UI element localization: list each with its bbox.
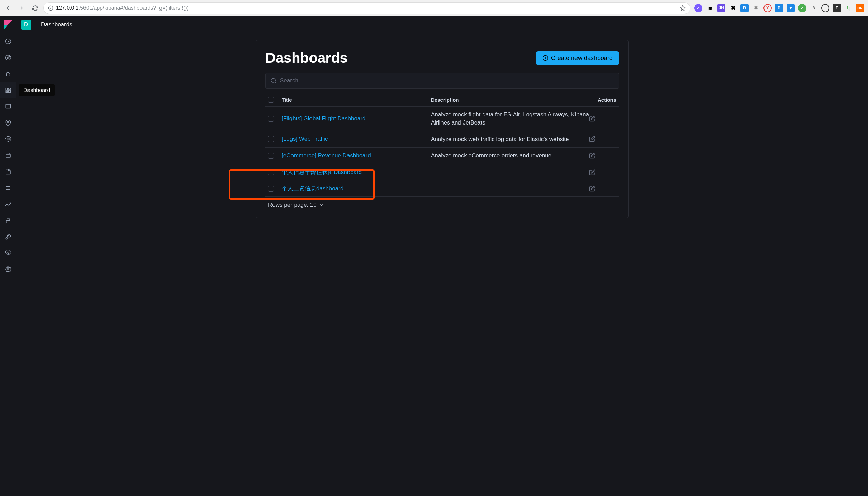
logs-icon	[5, 169, 11, 175]
table-header: Title Description Actions	[265, 93, 619, 107]
svg-point-17	[7, 122, 9, 123]
info-icon	[48, 5, 53, 11]
kibana-logo[interactable]	[0, 16, 16, 33]
ext-icon[interactable]: ▦	[706, 4, 714, 12]
edit-icon[interactable]	[589, 153, 595, 159]
search-box[interactable]	[265, 73, 619, 89]
row-checkbox[interactable]	[268, 136, 274, 142]
row-checkbox[interactable]	[268, 169, 274, 175]
ext-icon[interactable]: ʮ	[844, 4, 852, 12]
sidebar-item-dashboard[interactable]: Dashboard	[0, 82, 16, 98]
star-icon[interactable]	[680, 5, 686, 11]
clock-icon	[5, 38, 11, 44]
sidebar-item-apm[interactable]	[0, 180, 16, 196]
sidebar-item-uptime[interactable]	[0, 196, 16, 212]
dashboard-link[interactable]: 个人工资信息dashboard	[282, 185, 343, 192]
kibana-app: Dashboard	[0, 16, 868, 496]
row-checkbox[interactable]	[268, 186, 274, 192]
sidebar-item-logs[interactable]	[0, 164, 16, 180]
ext-icon[interactable]: Z	[833, 4, 841, 12]
header-actions: Actions	[589, 97, 616, 103]
svg-point-31	[271, 78, 275, 82]
edit-icon[interactable]	[589, 169, 595, 175]
ext-icon[interactable]: ON	[856, 4, 864, 12]
browser-forward-button[interactable]	[16, 3, 27, 14]
sidebar-item-ml[interactable]	[0, 131, 16, 147]
svg-rect-10	[6, 88, 7, 90]
ext-icon[interactable]: B	[740, 4, 748, 12]
svg-marker-3	[680, 5, 685, 10]
dashboard-description: Analyze mock flight data for ES-Air, Log…	[431, 111, 589, 126]
sidebar: Dashboard	[0, 16, 16, 496]
header-description: Description	[431, 97, 589, 103]
dashboard-link[interactable]: [eCommerce] Revenue Dashboard	[282, 152, 371, 159]
address-bar[interactable]: 127.0.0.1:5601/app/kibana#/dashboards?_g…	[43, 2, 690, 14]
dashboard-link[interactable]: [Logs] Web Traffic	[282, 136, 328, 142]
sidebar-item-management[interactable]	[0, 261, 16, 278]
ext-icon[interactable]: Y	[763, 4, 772, 12]
browser-back-button[interactable]	[3, 3, 14, 14]
sidebar-item-recent[interactable]	[0, 33, 16, 49]
gear-icon	[5, 266, 11, 273]
sidebar-item-security[interactable]	[0, 212, 16, 229]
maps-icon	[5, 120, 11, 126]
sidebar-item-monitoring[interactable]	[0, 245, 16, 261]
svg-point-18	[6, 137, 11, 142]
ext-icon[interactable]: 8	[810, 4, 818, 12]
space-badge[interactable]: D	[21, 20, 31, 30]
edit-icon[interactable]	[589, 136, 595, 142]
svg-line-32	[275, 82, 276, 83]
sidebar-item-infrastructure[interactable]	[0, 147, 16, 164]
edit-icon[interactable]	[589, 116, 595, 122]
infra-icon	[5, 152, 11, 158]
ext-icon[interactable]: ✓	[694, 4, 702, 12]
select-all-checkbox[interactable]	[268, 97, 274, 103]
sidebar-item-discover[interactable]	[0, 49, 16, 66]
dashboard-link[interactable]: 个人信息年龄柱状图Dashboard	[282, 169, 362, 175]
dashboards-table: Title Description Actions [Flights] Glob…	[265, 93, 619, 197]
create-dashboard-button[interactable]: Create new dashboard	[536, 51, 619, 65]
ext-icon[interactable]: P	[775, 4, 783, 12]
url-text: 127.0.0.1:5601/app/kibana#/dashboards?_g…	[56, 5, 677, 11]
svg-point-5	[6, 55, 11, 60]
compass-icon	[5, 55, 11, 61]
apm-icon	[5, 185, 11, 191]
ext-icon[interactable]: ✓	[798, 4, 806, 12]
main-content: D Dashboards Dashboards Create new dashb…	[16, 16, 868, 496]
ext-icon[interactable]: ✖	[729, 4, 737, 12]
sidebar-item-visualize[interactable]	[0, 66, 16, 82]
svg-rect-20	[6, 154, 10, 157]
row-checkbox[interactable]	[268, 116, 274, 122]
canvas-icon	[5, 104, 11, 110]
edit-icon[interactable]	[589, 186, 595, 192]
rows-per-page[interactable]: Rows per page: 10	[265, 197, 619, 208]
chevron-down-icon	[319, 203, 324, 207]
extension-icons: ✓ ▦ JH ✖ B ⌘ Y P ▾ ✓ 8 Z ʮ ON	[693, 4, 865, 12]
header-title[interactable]: Title	[282, 97, 431, 103]
search-input[interactable]	[280, 77, 614, 84]
rows-per-page-label: Rows per page: 10	[268, 202, 316, 208]
sidebar-item-devtools[interactable]	[0, 229, 16, 245]
table-row: 个人信息年龄柱状图Dashboard	[265, 164, 619, 181]
ext-icon[interactable]: JH	[717, 4, 726, 12]
ml-icon	[5, 136, 11, 142]
svg-marker-6	[7, 57, 9, 59]
ext-icon[interactable]: ▾	[787, 4, 795, 12]
dashboard-description: Analyze mock eCommerce orders and revenu…	[431, 152, 552, 159]
browser-reload-button[interactable]	[30, 3, 41, 14]
row-checkbox[interactable]	[268, 153, 274, 159]
table-row: [eCommerce] Revenue Dashboard Analyze mo…	[265, 148, 619, 164]
svg-rect-14	[6, 105, 11, 108]
sidebar-item-canvas[interactable]	[0, 98, 16, 115]
plus-circle-icon	[542, 55, 548, 61]
table-row: [Logs] Web Traffic Analyze mock web traf…	[265, 131, 619, 148]
ext-icon[interactable]: ⌘	[752, 4, 760, 12]
svg-rect-13	[6, 91, 7, 93]
ext-icon[interactable]	[821, 4, 829, 12]
heartbeat-icon	[5, 250, 11, 256]
sidebar-item-maps[interactable]	[0, 115, 16, 131]
svg-rect-26	[6, 220, 10, 223]
dashboard-link[interactable]: [Flights] Global Flight Dashboard	[282, 115, 366, 122]
create-button-label: Create new dashboard	[551, 55, 613, 62]
svg-rect-11	[9, 88, 11, 89]
